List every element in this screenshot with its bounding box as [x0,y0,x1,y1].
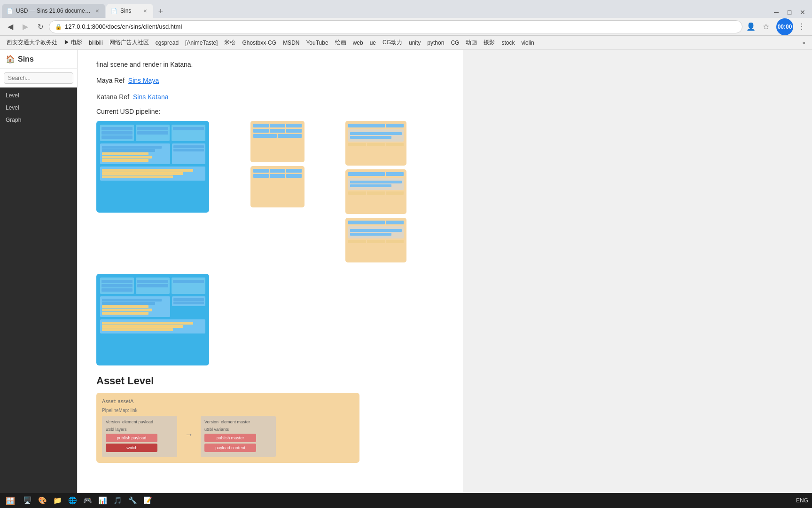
right-panel [463,50,812,493]
sidebar-title: Sins [18,55,34,64]
bookmarks-bar: 西安交通大学教务处 ▶ 电影 bilibili 网络广告人社区 cgspread… [0,36,812,50]
bookmark-ghostbxx[interactable]: Ghostbxx-CG [239,39,279,47]
taskbar-app-1[interactable]: 🖥️ [21,494,34,507]
lock-icon: 🔒 [55,24,62,30]
sidebar-label-graph: Graph [6,117,21,123]
bookmark-video[interactable]: ▶ 电影 [61,38,85,48]
pipeline-map-label: PipelineMap: link [102,408,354,413]
pipeline-grid [96,121,444,266]
bookmark-youtube[interactable]: YouTube [303,39,331,47]
menu-button[interactable]: ⋮ [795,20,808,33]
taskbar-app-8[interactable]: 🔧 [126,494,139,507]
taskbar-app-6[interactable]: 📊 [96,494,109,507]
pipeline-big-blue-1 [96,121,209,213]
address-bar[interactable]: 🔒 127.0.0.1:8000/docs/en/sins/client/usd… [49,20,742,33]
taskbar-apps: 🖥️ 🎨 📁 🌐 🎮 📊 🎵 🔧 📝 [21,494,154,507]
minimize-button[interactable]: ─ [771,7,782,18]
back-button[interactable]: ◀ [4,20,17,33]
browser-toolbar: ◀ ▶ ↻ 🔒 127.0.0.1:8000/docs/en/sins/clie… [0,18,812,36]
sidebar: 🏠 Sins Level Level Graph [0,50,78,493]
sidebar-item-graph[interactable]: Graph [0,114,77,126]
content-area: final scene and render in Katana. Maya R… [78,50,812,493]
version-element-payload-box: Version_element payload uSbl layers publ… [102,416,177,457]
bookmark-unity[interactable]: unity [406,39,423,47]
sidebar-search[interactable] [4,72,73,84]
refresh-button[interactable]: ↻ [34,20,47,33]
bookmark-ue[interactable]: ue [367,39,379,47]
bookmark-msdn[interactable]: MSDN [280,39,302,47]
bookmark-cg[interactable]: CG [448,39,462,47]
page-content: final scene and render in Katana. Maya R… [78,50,463,493]
bookmark-bilibili[interactable]: bilibili [86,39,105,47]
bookmark-web[interactable]: web [350,39,366,47]
address-text: 127.0.0.1:8000/docs/en/sins/client/usd.h… [65,23,182,30]
taskbar-right: ENG [796,497,808,504]
pipeline-orange-rt-2 [345,169,406,214]
sidebar-label-asset-level: Level [6,92,19,99]
tab-title-1: USD — Sins 21.06 documenta... [16,8,91,14]
bookmark-anime2[interactable]: 动画 [463,38,480,48]
pipeline-label: Current USD pipeline: [96,108,444,115]
taskbar-app-2[interactable]: 🎨 [36,494,49,507]
taskbar-app-3[interactable]: 📁 [51,494,64,507]
katana-ref-link[interactable]: Sins Katana [133,93,169,101]
sidebar-dark-area: Level Level Graph [0,87,77,493]
sidebar-item-level[interactable]: Level [0,102,77,114]
sidebar-item-asset-level[interactable]: Level [0,89,77,102]
asset-diagram-label: Asset: assetA [102,398,354,404]
profile-button[interactable]: 👤 [744,20,757,33]
bookmark-stock[interactable]: stock [499,39,517,47]
asset-diagram-body: Version_element payload uSbl layers publ… [102,416,354,457]
bookmark-violin[interactable]: violin [518,39,537,47]
main-layout: 🏠 Sins Level Level Graph final scene and… [0,50,812,493]
katana-ref-paragraph: Katana Ref Sins Katana [96,92,444,102]
bookmark-cgspread[interactable]: cgspread [153,39,181,47]
window-controls: ─ □ ✕ [771,7,812,18]
home-icon: 🏠 [6,55,15,64]
tab-favicon-2: 📄 [111,8,117,14]
tab-1[interactable]: 📄 USD — Sins 21.06 documenta... ✕ [2,4,105,18]
arrow-right: → [185,416,193,440]
maximize-button[interactable]: □ [784,7,795,18]
tab-title-2: Sins [120,8,139,14]
bookmark-drawing[interactable]: 绘画 [332,38,349,48]
tab-bar: 📄 USD — Sins 21.06 documenta... ✕ 📄 Sins… [0,0,812,18]
taskbar-app-7[interactable]: 🎵 [111,494,124,507]
bookmark-xjtu[interactable]: 西安交通大学教务处 [4,38,60,48]
forward-button[interactable]: ▶ [19,20,32,33]
taskbar-app-5[interactable]: 🎮 [81,494,94,507]
timer-badge: 00:00 [776,18,793,35]
asset-payload-content: payload content [204,444,256,452]
taskbar-lang: ENG [796,497,808,504]
tab-2[interactable]: 📄 Sins ✕ [106,4,153,18]
maya-ref-paragraph: Maya Ref Sins Maya [96,75,444,86]
bookmark-photo[interactable]: 摄影 [481,38,498,48]
tab-close-1[interactable]: ✕ [94,8,101,14]
pipeline-orange-rt-3 [345,218,406,262]
pipeline-orange-sm-1 [250,121,304,162]
bookmark-anime[interactable]: [AnimeTaste] [182,39,220,47]
asset-level-heading: Asset Level [96,375,444,387]
maya-ref-label: Maya Ref [96,77,125,84]
bookmark-cgdl[interactable]: CG动力 [380,38,405,48]
pipeline-col-right [345,121,444,262]
maya-ref-link[interactable]: Sins Maya [128,77,159,84]
asset-diagram-container: Asset: assetA PipelineMap: link Version_… [96,393,359,463]
star-button[interactable]: ☆ [759,20,773,33]
close-window-button[interactable]: ✕ [797,7,808,18]
bookmark-ad[interactable]: 网络广告人社区 [107,38,152,48]
pipeline-orange-rt-1 [345,121,406,166]
bookmark-misong[interactable]: 米松 [221,38,238,48]
bookmark-python[interactable]: python [424,39,447,47]
usd-layers-label: uSbl layers [106,427,173,432]
katana-ref-label: Katana Ref [96,93,129,101]
new-tab-button[interactable]: + [154,5,167,18]
version-master-label: Version_element master [204,420,272,424]
tab-close-2[interactable]: ✕ [142,8,148,14]
asset-publish-master: publish master [204,434,256,442]
taskbar-app-9[interactable]: 📝 [141,494,154,507]
sidebar-logo: 🏠 Sins [0,50,77,69]
taskbar-app-4[interactable]: 🌐 [66,494,79,507]
taskbar-start[interactable]: 🪟 [4,494,17,507]
more-bookmarks[interactable]: » [799,39,808,47]
